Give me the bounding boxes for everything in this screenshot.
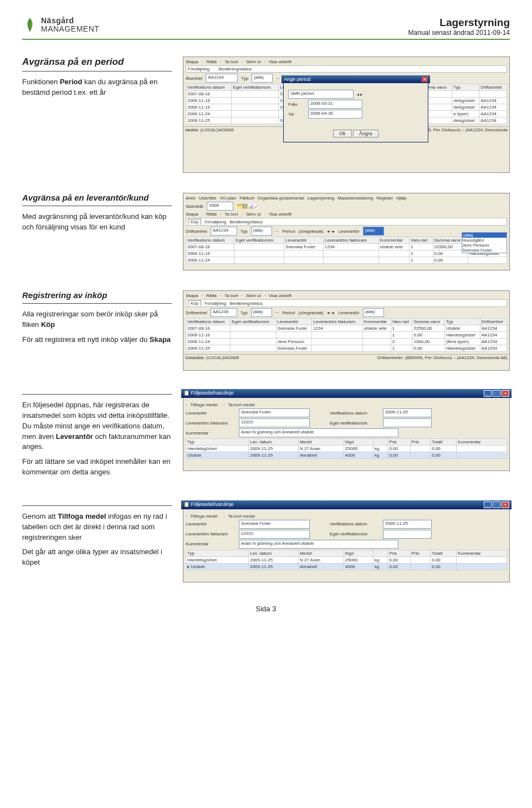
screenshot-foljesedel-1: 📋 Följesedel/varulinje_□× · Tillfoga med…	[183, 391, 510, 471]
sec2-p1: Med avgränsning på leverantör/kund kan k…	[22, 212, 172, 233]
tb-skriv[interactable]: Skriv ut	[246, 59, 261, 64]
sec4-p1: En följesedel öppnas, här registreras de…	[22, 400, 172, 452]
sec3-p2: För att registrera ett nytt inköp väljer…	[22, 335, 172, 345]
sec4-p2: För att lättare se vad inköpet innehålle…	[22, 457, 172, 478]
menu-bar: Arkiv Utskrifter VO-plan Fältkort Organi…	[186, 196, 507, 201]
tillfoga-medel-button[interactable]: Tillfoga medel	[190, 402, 218, 407]
toolbar: Skapa · Rätta · Ta bort · Skriv ut · Vis…	[186, 59, 507, 64]
minimize-icon[interactable]: _	[484, 502, 492, 508]
tb-visa[interactable]: Visa utskrift	[269, 59, 291, 64]
egetver-field[interactable]	[383, 418, 432, 427]
lev-field[interactable]: Svenska Foder	[239, 408, 310, 417]
window-title: Följesedel/varulinje	[191, 502, 234, 507]
skordear-field[interactable]: 2008	[207, 202, 233, 211]
kommentar-field[interactable]: Axan N gödning och Annabell utsäde	[239, 428, 398, 437]
sec1-heading: Avgränsa på en period	[22, 57, 172, 68]
levfakt-field[interactable]: 12222	[239, 418, 310, 427]
tab-kop[interactable]: Köp	[188, 219, 201, 224]
sec3-heading: Registrering av inköp	[22, 290, 172, 300]
window-title: Följesedel/varulinje	[191, 390, 234, 396]
close-icon[interactable]: ×	[502, 502, 509, 508]
minimize-icon[interactable]: _	[484, 390, 492, 397]
medel-table: TypLev. datumMedelMgdPrisPrisTotaltKomme…	[186, 438, 507, 459]
verif-date-field[interactable]: 2009-11-25	[383, 408, 432, 417]
maximize-icon[interactable]: □	[493, 390, 500, 397]
screenshot-leverantor-filter: Arkiv Utskrifter VO-plan Fältkort Organi…	[183, 193, 510, 270]
screenshot-kop-tab: Skapa · Rätta · Ta bort · Skriv ut · Vis…	[183, 290, 510, 371]
logo-text-2: MANAGEMENT	[41, 25, 99, 33]
ange-period-dialog: Ange period× Valfri period ◂ ▸ Från2008-…	[283, 77, 428, 142]
logo-text-1: Näsgård	[41, 17, 99, 25]
shot3-table: Verifikations datumEget verifikationsnr.…	[186, 318, 507, 352]
sec5-p1: Genom att Tillfoga medel infogas en ny r…	[22, 512, 172, 543]
dialog-title: Ange period	[284, 76, 311, 82]
maximize-icon[interactable]: □	[493, 502, 500, 508]
lev-dropdown-open[interactable]: (alla)	[363, 227, 384, 236]
doc-title: Lagerstyrning	[408, 17, 510, 29]
screenshot-period-dialog: Skapa · Rätta · Ta bort · Skriv ut · Vis…	[183, 57, 510, 173]
tb-ratta[interactable]: Rätta	[206, 59, 217, 64]
fran-field[interactable]: 2008-03-31	[308, 100, 362, 109]
tb-tabort[interactable]: Ta bort	[224, 59, 238, 64]
shot2-table: Verifikations datumEget verifikationsnr.…	[186, 237, 507, 264]
till-field[interactable]: 2008-04-30	[308, 110, 362, 119]
tabort-medel-button[interactable]: Ta bort medel	[228, 402, 254, 407]
leaf-icon	[22, 17, 38, 33]
lev-dropdown-list: (alla) Huvudgård Jens Persson Svenska Fo…	[462, 232, 507, 253]
tillfoga-medel-button[interactable]: Tillfoga medel	[190, 514, 218, 519]
sec3-p1: Alla registreringar som berör inköp sker…	[22, 309, 172, 330]
valfri-period-field[interactable]: Valfri period	[288, 90, 354, 99]
tabort-medel-button[interactable]: Ta bort medel	[228, 514, 254, 519]
tab-berakning[interactable]: Beräkning/status	[219, 67, 252, 71]
iftsenhet-field[interactable]: AA1234	[206, 74, 238, 83]
close-icon[interactable]: ×	[422, 76, 428, 82]
doc-subtitle: Manual senast ändrad 2011-09-14	[408, 29, 510, 37]
screenshot-foljesedel-2: 📋 Följesedel/varulinje_□× · Tillfoga med…	[183, 502, 510, 582]
sec2-heading: Avgränsa på en leverantör/kund	[22, 193, 172, 202]
logo: Näsgård MANAGEMENT	[22, 17, 99, 34]
tab-forsaljning[interactable]: Försäljning	[188, 67, 209, 71]
page-header: Näsgård MANAGEMENT Lagerstyrning Manual …	[22, 17, 510, 40]
ok-button[interactable]: Ok	[333, 130, 352, 137]
tb-skapa[interactable]: Skapa	[186, 59, 198, 64]
page-number: Sida 3	[22, 605, 510, 613]
medel-table: TypLev. datumMedelMgdPrisPrisTotaltKomme…	[186, 550, 507, 570]
sec5-p2: Det går att ange olika typer av insatsme…	[22, 547, 172, 568]
typ-field[interactable]: (alla)	[252, 74, 273, 83]
sec1-p1: Funktionen Period kan du avgränsa på en …	[22, 77, 172, 98]
close-icon[interactable]: ×	[502, 390, 509, 397]
angra-button[interactable]: Ångra	[353, 130, 378, 137]
